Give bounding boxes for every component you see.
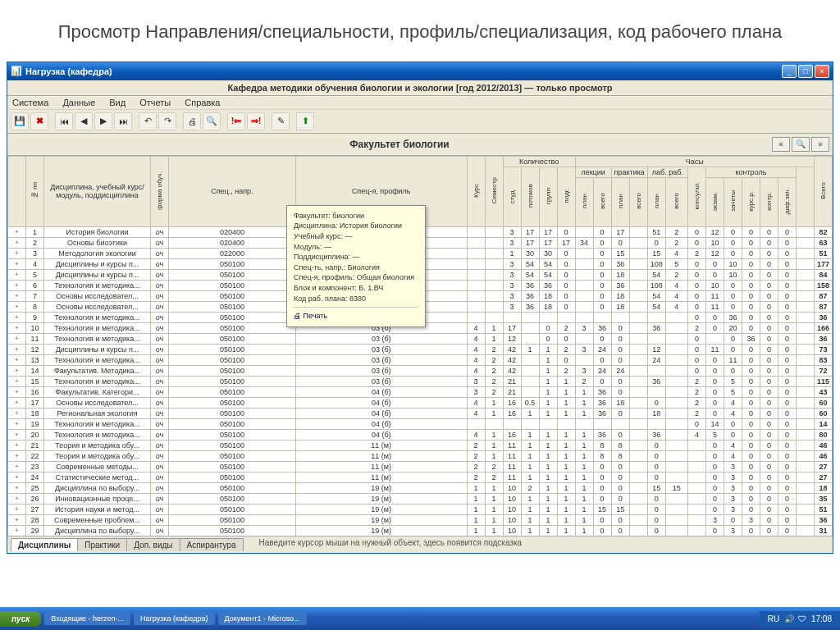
- cell[interactable]: 0: [705, 472, 724, 482]
- system-tray[interactable]: RU 🔊 🛡 17:08: [760, 611, 840, 627]
- cell[interactable]: 3: [742, 514, 760, 525]
- cell[interactable]: 4: [467, 365, 485, 376]
- close-button[interactable]: ×: [815, 65, 829, 78]
- cell[interactable]: 1: [485, 408, 503, 418]
- cell[interactable]: 0: [611, 461, 629, 472]
- cell[interactable]: 0: [778, 258, 796, 269]
- cell[interactable]: 0: [647, 493, 665, 504]
- cell[interactable]: 36: [521, 280, 539, 290]
- cell[interactable]: 3: [724, 504, 742, 514]
- cell[interactable]: 0: [778, 440, 796, 450]
- cell[interactable]: 0: [760, 258, 778, 269]
- cell[interactable]: 36: [521, 290, 539, 301]
- cell[interactable]: 0: [647, 504, 665, 514]
- cell[interactable]: 0: [760, 333, 778, 344]
- cell[interactable]: 4: [687, 429, 705, 440]
- cell[interactable]: 36: [814, 312, 832, 322]
- cell[interactable]: 2: [485, 386, 503, 397]
- cell[interactable]: 1: [485, 493, 503, 504]
- cell[interactable]: 15: [611, 248, 629, 258]
- cell-name[interactable]: Факультатив. Методика...: [44, 365, 151, 376]
- cell[interactable]: 0: [611, 386, 629, 397]
- cell[interactable]: 10: [26, 322, 44, 333]
- cell[interactable]: 050100: [169, 429, 296, 440]
- cell[interactable]: 0: [742, 269, 760, 280]
- cell[interactable]: 10: [705, 280, 724, 290]
- cell[interactable]: 2: [687, 408, 705, 418]
- cell[interactable]: 0: [742, 504, 760, 514]
- cell[interactable]: 54: [539, 258, 557, 269]
- cell[interactable]: 0: [687, 312, 705, 322]
- cell[interactable]: 19 (м): [295, 504, 467, 514]
- cell[interactable]: [629, 461, 647, 472]
- cell[interactable]: 050100: [169, 408, 296, 418]
- cell[interactable]: оч: [151, 472, 169, 482]
- cell[interactable]: 0: [742, 354, 760, 365]
- cell[interactable]: 0: [557, 354, 575, 365]
- cell[interactable]: +: [8, 354, 26, 365]
- cell[interactable]: 36: [814, 514, 832, 525]
- cell[interactable]: +: [8, 226, 26, 237]
- cell[interactable]: 04 (б): [295, 429, 467, 440]
- cell[interactable]: 3: [503, 269, 521, 280]
- cell[interactable]: 17: [539, 237, 557, 248]
- cell[interactable]: 0: [593, 482, 611, 493]
- cell[interactable]: [521, 418, 539, 429]
- cell[interactable]: [485, 312, 503, 322]
- cell[interactable]: 0: [705, 376, 724, 386]
- cell[interactable]: [647, 365, 665, 376]
- cell[interactable]: 7: [26, 290, 44, 301]
- cell[interactable]: 36: [611, 258, 629, 269]
- cell[interactable]: 1: [485, 450, 503, 461]
- cell[interactable]: +: [8, 461, 26, 472]
- cell[interactable]: [629, 258, 647, 269]
- cell-name[interactable]: Технология и методика...: [44, 418, 151, 429]
- cell[interactable]: +: [8, 376, 26, 386]
- cell[interactable]: 1: [575, 386, 593, 397]
- cell-name[interactable]: Технология и методика...: [44, 280, 151, 290]
- cell[interactable]: +: [8, 440, 26, 450]
- cell[interactable]: [796, 280, 814, 290]
- cell[interactable]: 0: [760, 376, 778, 386]
- cell[interactable]: 0: [724, 226, 742, 237]
- cell[interactable]: 2: [485, 461, 503, 472]
- cell[interactable]: 0: [760, 525, 778, 536]
- cell-name[interactable]: Дисциплины и курсы п...: [44, 269, 151, 280]
- cell[interactable]: 0: [687, 258, 705, 269]
- cell[interactable]: [629, 269, 647, 280]
- cell-name[interactable]: Теория и методика обу...: [44, 450, 151, 461]
- cell[interactable]: 1: [521, 493, 539, 504]
- cell[interactable]: [665, 493, 687, 504]
- minimize-button[interactable]: _: [782, 65, 797, 78]
- cell[interactable]: 15: [647, 482, 665, 493]
- cell[interactable]: 0: [687, 354, 705, 365]
- cell[interactable]: [629, 397, 647, 408]
- cell[interactable]: 24: [593, 344, 611, 354]
- cell[interactable]: 1: [557, 440, 575, 450]
- cell[interactable]: 2: [665, 237, 687, 248]
- cell[interactable]: [539, 312, 557, 322]
- cell[interactable]: 27: [814, 461, 832, 472]
- cell[interactable]: [665, 440, 687, 450]
- cell[interactable]: 04 (б): [295, 386, 467, 397]
- cell[interactable]: 0: [742, 482, 760, 493]
- cell[interactable]: 16: [26, 386, 44, 397]
- cell[interactable]: [665, 525, 687, 536]
- cell[interactable]: 1: [521, 461, 539, 472]
- table-row[interactable]: +28Современные проблем...оч05010019 (м)1…: [8, 514, 833, 525]
- delete-icon[interactable]: ✖: [30, 112, 48, 130]
- cell[interactable]: оч: [151, 514, 169, 525]
- flag-red2-icon[interactable]: ⇒!: [247, 112, 265, 130]
- cell[interactable]: 0: [539, 322, 557, 333]
- cell[interactable]: 050100: [169, 482, 296, 493]
- cell-name[interactable]: Факультатив. Категори...: [44, 386, 151, 397]
- cell[interactable]: [629, 472, 647, 482]
- cell[interactable]: 36: [593, 386, 611, 397]
- task-item[interactable]: Документ1 - Microso...: [218, 612, 307, 625]
- cell[interactable]: [629, 418, 647, 429]
- cell[interactable]: 03 (б): [295, 344, 467, 354]
- cell[interactable]: 10: [503, 493, 521, 504]
- cell[interactable]: 1: [575, 450, 593, 461]
- cell[interactable]: [796, 269, 814, 280]
- cell[interactable]: 25: [26, 482, 44, 493]
